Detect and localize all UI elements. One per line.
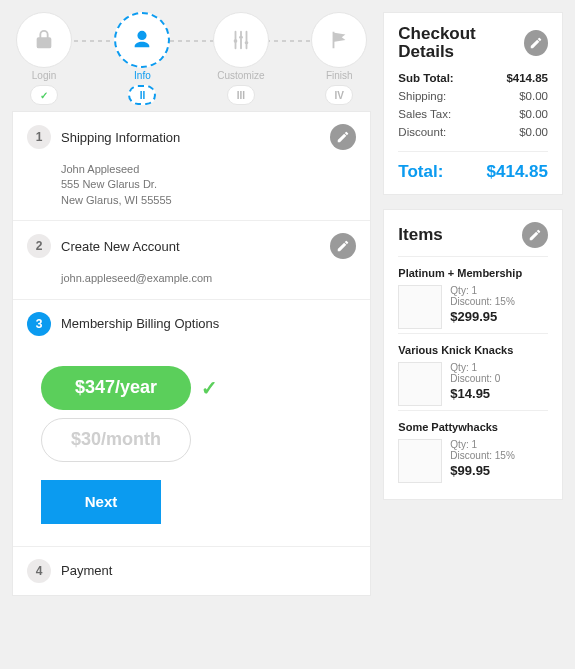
item-price: $99.95 — [450, 463, 514, 478]
item-name: Various Knick Knacks — [398, 344, 548, 356]
pencil-icon — [336, 130, 350, 144]
section-number: 4 — [27, 559, 51, 583]
item-discount: Discount: 15% — [450, 450, 514, 461]
subtotal-label: Sub Total: — [398, 72, 453, 84]
sliders-icon — [230, 29, 252, 51]
step-label: Finish — [326, 70, 353, 81]
progress-steps: Login ✓ Info II Customize III — [12, 12, 371, 111]
svg-point-0 — [234, 39, 238, 43]
shipping-header: 1 Shipping Information — [13, 112, 370, 162]
shipping-addr1: 555 New Glarus Dr. — [61, 177, 356, 192]
discount-value: $0.00 — [519, 126, 548, 138]
svg-point-2 — [245, 41, 249, 45]
edit-items-button[interactable] — [522, 222, 548, 248]
shipping-label: Shipping: — [398, 90, 446, 102]
step-badge: II — [128, 85, 156, 105]
payment-header: 4 Payment — [13, 546, 370, 595]
item-discount: Discount: 0 — [450, 373, 500, 384]
section-number: 3 — [27, 312, 51, 336]
item-qty: Qty: 1 — [450, 439, 514, 450]
cart-item: Platinum + Membership Qty: 1 Discount: 1… — [398, 256, 548, 333]
checkout-details-panel: Checkout Details Sub Total:$414.85 Shipp… — [383, 12, 563, 195]
billing-option-yearly[interactable]: $347/year — [41, 366, 191, 410]
billing-header: 3 Membership Billing Options — [13, 299, 370, 348]
total-value: $414.85 — [487, 162, 548, 182]
step-info[interactable]: Info II — [114, 12, 170, 105]
section-number: 1 — [27, 125, 51, 149]
flag-icon — [328, 29, 350, 51]
item-name: Some Pattywhacks — [398, 421, 548, 433]
items-panel-title: Items — [398, 226, 442, 244]
step-label: Info — [134, 70, 151, 81]
checkout-panel-title: Checkout Details — [398, 25, 524, 61]
item-price: $14.95 — [450, 386, 500, 401]
tax-value: $0.00 — [519, 108, 548, 120]
edit-account-button[interactable] — [330, 233, 356, 259]
edit-shipping-button[interactable] — [330, 124, 356, 150]
edit-checkout-button[interactable] — [524, 30, 548, 56]
step-badge: ✓ — [30, 85, 58, 105]
svg-point-1 — [239, 35, 243, 39]
item-thumbnail — [398, 362, 442, 406]
shipping-name: John Appleseed — [61, 162, 356, 177]
section-number: 2 — [27, 234, 51, 258]
tax-label: Sales Tax: — [398, 108, 451, 120]
shipping-value: $0.00 — [519, 90, 548, 102]
next-button[interactable]: Next — [41, 480, 161, 524]
shipping-body: John Appleseed 555 New Glarus Dr. New Gl… — [13, 162, 370, 220]
subtotal-value: $414.85 — [506, 72, 548, 84]
section-title: Membership Billing Options — [61, 316, 356, 331]
step-badge: III — [227, 85, 255, 105]
item-qty: Qty: 1 — [450, 362, 500, 373]
step-label: Login — [32, 70, 56, 81]
pencil-icon — [336, 239, 350, 253]
item-name: Platinum + Membership — [398, 267, 548, 279]
step-customize[interactable]: Customize III — [213, 12, 269, 105]
step-finish[interactable]: Finish IV — [311, 12, 367, 105]
item-thumbnail — [398, 439, 442, 483]
section-title: Shipping Information — [61, 130, 320, 145]
section-title: Payment — [61, 563, 356, 578]
account-email: john.appleseed@example.com — [61, 271, 356, 286]
section-title: Create New Account — [61, 239, 320, 254]
item-price: $299.95 — [450, 309, 514, 324]
item-discount: Discount: 15% — [450, 296, 514, 307]
user-icon — [131, 29, 153, 51]
checkout-sections: 1 Shipping Information John Appleseed 55… — [12, 111, 371, 596]
step-badge: IV — [325, 85, 353, 105]
items-panel: Items Platinum + Membership Qty: 1 Disco… — [383, 209, 563, 500]
step-login[interactable]: Login ✓ — [16, 12, 72, 105]
account-body: john.appleseed@example.com — [13, 271, 370, 298]
cart-item: Various Knick Knacks Qty: 1 Discount: 0 … — [398, 333, 548, 410]
step-connector — [42, 40, 341, 42]
total-label: Total: — [398, 162, 443, 182]
billing-body: $347/year ✓ $30/month Next — [13, 348, 370, 524]
account-header: 2 Create New Account — [13, 220, 370, 271]
discount-label: Discount: — [398, 126, 446, 138]
pencil-icon — [528, 228, 542, 242]
check-icon: ✓ — [201, 376, 218, 400]
billing-option-monthly[interactable]: $30/month — [41, 418, 191, 462]
step-label: Customize — [217, 70, 264, 81]
lock-icon — [33, 29, 55, 51]
pencil-icon — [529, 36, 543, 50]
item-qty: Qty: 1 — [450, 285, 514, 296]
item-thumbnail — [398, 285, 442, 329]
shipping-addr2: New Glarus, WI 55555 — [61, 193, 356, 208]
cart-item: Some Pattywhacks Qty: 1 Discount: 15% $9… — [398, 410, 548, 487]
